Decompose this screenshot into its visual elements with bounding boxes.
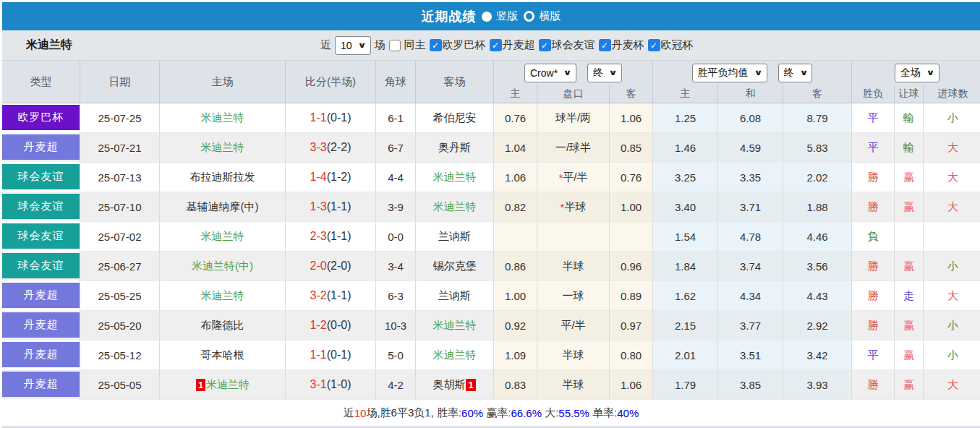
scope-select[interactable]: 全场 ∨ (895, 64, 939, 82)
avg-select-group: 胜平负均值 ∨ 终 ∨ (653, 61, 852, 85)
away-team-name[interactable]: 希伯尼安 (433, 111, 477, 125)
cell-handicap-line (537, 222, 610, 252)
cell-date: 25-07-13 (80, 163, 160, 192)
cell-handicap-home-odds: 0.86 (494, 252, 537, 281)
cell-avg-home: 1.79 (653, 370, 718, 400)
cell-handicap-line: 平/半 (537, 311, 610, 341)
league-badge: 丹麦超 (2, 283, 80, 308)
summary-win-rate: 60% (461, 407, 483, 419)
cell-score: 3-3(2-2) (286, 133, 376, 163)
league-badge: 欧罗巴杯 (2, 105, 80, 130)
recent-results-panel: 近期战绩 竖版 横版 米迪兰特 近 10 ∨ 场 同主 ✓ 欧罗巴杯 ✓ 丹麦超 (0, 0, 980, 428)
sub-header-handicap-result: 让球 (895, 85, 924, 103)
cell-result: 平 (852, 341, 895, 370)
red-card-badge: 1 (466, 379, 475, 391)
scope-select-group: 全场 ∨ (852, 61, 980, 85)
cell-goals-result: 小 (924, 341, 980, 370)
table-row: 丹麦超 25-05-05 1米迪兰特 3-1(1-0) 4-2 奥胡斯1 0.8… (2, 370, 980, 400)
home-team-name[interactable]: 米迪兰特(中) (192, 260, 253, 273)
avg-time-select[interactable]: 终 ∨ (778, 64, 813, 82)
cell-goals-result: 小 (924, 103, 980, 133)
cell-corners: 0-0 (376, 222, 416, 252)
cell-corners: 3-4 (376, 252, 416, 281)
cell-handicap-away-odds: 0.89 (610, 281, 653, 311)
cell-date: 25-07-02 (80, 222, 160, 252)
home-team-name[interactable]: 布拉迪斯拉发 (190, 171, 255, 184)
cell-away-team: 米迪兰特 (416, 311, 494, 341)
cell-handicap-away-odds (610, 222, 653, 252)
league-badge: 球会友谊 (2, 194, 80, 219)
chevron-down-icon: ∨ (799, 68, 808, 77)
table-row: 球会友谊 25-07-10 基辅迪纳摩(中) 1-3(1-1) 3-9 米迪兰特… (2, 192, 980, 222)
summary-handicap-rate: 66.6% (511, 407, 542, 419)
cell-handicap-home-odds: 1.06 (494, 163, 537, 192)
away-team-name[interactable]: 奥丹斯 (438, 141, 471, 155)
cell-home-team: 基辅迪纳摩(中) (160, 192, 286, 222)
away-team-name[interactable]: 兰讷斯 (438, 230, 471, 244)
cell-score: 1-1(0-1) (286, 341, 376, 370)
league-badge: 丹麦超 (2, 342, 80, 367)
home-team-name[interactable]: 米迪兰特 (201, 289, 244, 303)
cell-handicap-line: 半球 (537, 370, 610, 400)
home-team-name[interactable]: 米迪兰特 (201, 111, 244, 125)
cell-avg-draw: 3.74 (718, 252, 783, 281)
home-team-name[interactable]: 米迪兰特 (206, 378, 250, 392)
away-team-name[interactable]: 米迪兰特 (433, 200, 477, 214)
cell-avg-draw: 3.77 (718, 311, 783, 341)
recent-games-select[interactable]: 10 ∨ (335, 36, 371, 55)
danish-super-checkbox[interactable]: ✓ (490, 39, 502, 51)
cell-handicap-result: 走 (895, 281, 924, 311)
danish-cup-checkbox[interactable]: ✓ (599, 39, 611, 51)
handicap-time-select[interactable]: 终 ∨ (587, 64, 622, 82)
champions-checkbox[interactable]: ✓ (648, 39, 660, 51)
summary-big-label: 大: (542, 406, 558, 420)
table-row: 球会友谊 25-07-02 米迪兰特 2-3(1-1) 0-0 兰讷斯 1.54… (2, 222, 980, 252)
cell-avg-draw: 3.85 (718, 370, 783, 400)
avg-odds-select[interactable]: 胜平负均值 ∨ (692, 64, 767, 82)
cell-handicap-result: 輸 (895, 103, 924, 133)
cell-score: 2-0(2-0) (286, 252, 376, 281)
away-team-name[interactable]: 米迪兰特 (433, 319, 477, 333)
cell-corners: 4-4 (376, 163, 416, 192)
away-team-name[interactable]: 米迪兰特 (433, 171, 477, 184)
league-badge: 球会友谊 (2, 223, 80, 249)
league-filter-danish-super: ✓ 丹麦超 (490, 38, 535, 52)
cell-date: 25-05-05 (80, 370, 160, 400)
same-home-checkbox[interactable] (389, 40, 401, 51)
table-row: 丹麦超 25-05-20 布隆德比 1-2(0-0) 10-3 米迪兰特 0.9… (2, 311, 980, 341)
danish-cup-label: 丹麦杯 (612, 38, 644, 52)
cell-goals-result: 小 (924, 252, 980, 281)
home-team-name[interactable]: 米迪兰特 (201, 230, 244, 244)
bookmaker-select[interactable]: Crow* ∨ (524, 64, 576, 82)
filter-controls: 近 10 ∨ 场 同主 ✓ 欧罗巴杯 ✓ 丹麦超 ✓ 球会友谊 ✓ 丹麦杯 (320, 36, 694, 55)
home-team-name[interactable]: 米迪兰特 (201, 141, 244, 155)
cell-away-team: 米迪兰特 (416, 163, 494, 192)
away-team-name[interactable]: 兰讷斯 (438, 289, 471, 303)
cell-handicap-away-odds: 1.00 (610, 192, 653, 222)
cell-result: 勝 (852, 163, 895, 192)
red-card-badge: 1 (196, 379, 205, 391)
summary-count: 10 (354, 407, 367, 419)
cell-corners: 4-2 (376, 370, 416, 400)
cell-corners: 5-0 (376, 341, 416, 370)
home-team-name[interactable]: 基辅迪纳摩(中) (187, 200, 259, 214)
league-badge: 丹麦超 (2, 312, 80, 338)
cell-score: 1-4(1-2) (286, 163, 376, 192)
home-team-name[interactable]: 布隆德比 (201, 319, 244, 333)
friendly-checkbox[interactable]: ✓ (539, 39, 551, 51)
home-team-name[interactable]: 哥本哈根 (201, 348, 244, 362)
cell-handicap-result: 輸 (895, 133, 924, 163)
europa-checkbox[interactable]: ✓ (430, 39, 442, 51)
sub-header-avg-home: 主 (653, 85, 718, 103)
cell-league-type: 丹麦超 (2, 370, 80, 400)
vertical-layout-radio[interactable] (482, 12, 492, 22)
away-team-name[interactable]: 奥胡斯 (433, 378, 465, 392)
cell-handicap-home-odds (494, 222, 537, 252)
away-team-name[interactable]: 米迪兰特 (433, 348, 477, 362)
cell-avg-draw: 6.08 (718, 103, 783, 133)
away-team-name[interactable]: 锡尔克堡 (433, 260, 477, 273)
sub-header-avg-away: 客 (783, 85, 852, 103)
horizontal-layout-radio[interactable] (524, 11, 534, 22)
cell-avg-away: 3.42 (783, 341, 852, 370)
cell-home-team: 哥本哈根 (160, 341, 286, 370)
